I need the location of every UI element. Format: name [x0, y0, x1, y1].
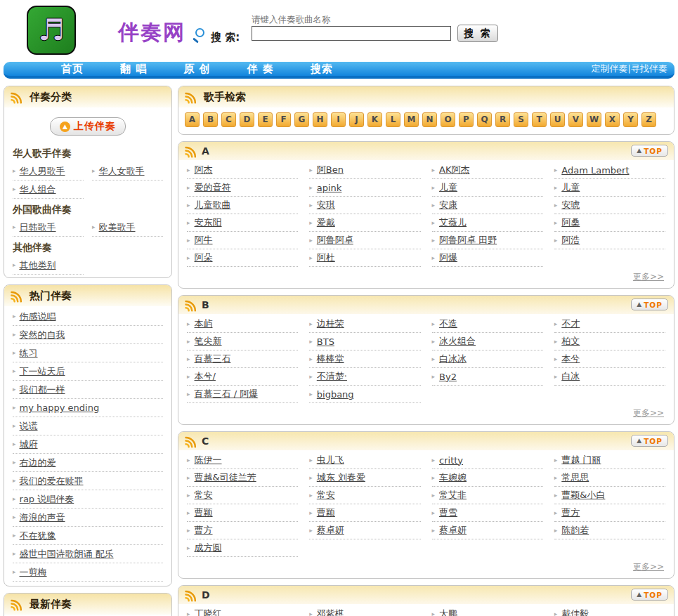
singer-link[interactable]: 本兮/ — [195, 370, 216, 383]
letter-button-R[interactable]: R — [495, 112, 510, 127]
singer-link[interactable]: 笔尖新 — [195, 335, 222, 348]
letter-button-J[interactable]: J — [349, 112, 364, 127]
category-link[interactable]: 日韩歌手 — [20, 221, 56, 234]
singer-link[interactable]: 大鹏 — [439, 608, 457, 616]
letter-button-F[interactable]: F — [276, 112, 291, 127]
letter-button-A[interactable]: A — [185, 112, 200, 127]
nav-item[interactable]: 翻 唱 — [120, 63, 147, 76]
letter-button-B[interactable]: B — [203, 112, 218, 127]
singer-link[interactable]: 不清楚· — [317, 370, 347, 383]
singer-link[interactable]: 不造 — [439, 317, 457, 330]
singer-link[interactable]: 艾薇儿 — [439, 216, 467, 229]
song-link[interactable]: 伤感说唱 — [20, 310, 56, 323]
song-link[interactable]: 不在犹豫 — [20, 530, 56, 542]
more-link[interactable]: 更多>> — [633, 408, 664, 418]
singer-link[interactable]: 曹颖 — [195, 506, 213, 519]
category-link[interactable]: 华人女歌手 — [99, 165, 145, 178]
singer-link[interactable]: 儿童歌曲 — [195, 199, 231, 211]
singer-link[interactable]: 安琪 — [317, 199, 335, 211]
more-link[interactable]: 更多>> — [633, 562, 664, 572]
category-link[interactable]: 华人男歌手 — [20, 165, 65, 178]
singer-link[interactable]: BTS — [317, 336, 334, 347]
letter-button-G[interactable]: G — [294, 112, 309, 127]
singer-link[interactable]: 常安 — [317, 489, 335, 502]
singer-link[interactable]: 常艾非 — [439, 489, 467, 502]
singer-link[interactable]: AK阿杰 — [439, 164, 469, 176]
category-link[interactable]: 其他类别 — [20, 259, 56, 272]
song-link[interactable]: 下一站天后 — [20, 365, 65, 378]
singer-link[interactable]: 儿童 — [439, 181, 457, 194]
singer-link[interactable]: Adam Lambert — [561, 165, 629, 176]
nav-custom-accompaniment-link[interactable]: 定制伴奏|寻找伴奏 — [592, 63, 674, 75]
letter-button-W[interactable]: W — [587, 112, 601, 127]
singer-link[interactable]: 丁晓红 — [195, 608, 222, 616]
singer-link[interactable]: 白冰 — [561, 370, 580, 383]
singer-link[interactable]: 爱戴 — [317, 216, 335, 229]
singer-link[interactable]: 阿鲁阿卓 田野 — [439, 234, 497, 247]
singer-link[interactable]: 阿爆 — [439, 251, 457, 264]
singer-link[interactable]: 曹越&司徒兰芳 — [195, 471, 256, 484]
letter-button-C[interactable]: C — [221, 112, 236, 127]
singer-link[interactable]: 邓紫棋 — [317, 608, 344, 616]
singer-link[interactable]: 车婉婉 — [439, 471, 467, 484]
search-input[interactable] — [252, 26, 451, 41]
letter-button-O[interactable]: O — [441, 112, 455, 127]
singer-link[interactable]: 阿朵 — [195, 251, 213, 264]
letter-button-Y[interactable]: Y — [623, 112, 638, 127]
song-link[interactable]: 练习 — [20, 347, 38, 360]
singer-link[interactable]: 阿Ben — [317, 164, 344, 176]
nav-item[interactable]: 首页 — [61, 63, 84, 76]
song-link[interactable]: 一剪梅 — [20, 566, 47, 579]
singer-link[interactable]: 陈伊一 — [195, 454, 222, 466]
back-to-top-button[interactable]: ▲ TOP — [631, 435, 668, 447]
letter-button-S[interactable]: S — [514, 112, 528, 127]
singer-link[interactable]: 蔡卓妍 — [439, 524, 467, 537]
singer-link[interactable]: 本兮 — [561, 353, 580, 365]
singer-link[interactable]: 戴佳毅 — [561, 608, 589, 616]
letter-button-I[interactable]: I — [331, 112, 346, 127]
letter-button-Q[interactable]: Q — [477, 112, 492, 127]
song-link[interactable]: 突然的自我 — [20, 329, 65, 341]
singer-link[interactable]: By2 — [439, 372, 457, 382]
letter-button-L[interactable]: L — [386, 112, 400, 127]
back-to-top-button[interactable]: ▲ TOP — [631, 589, 668, 601]
singer-link[interactable]: 边桂荣 — [317, 317, 344, 330]
singer-link[interactable]: 阿杜 — [317, 251, 335, 264]
singer-link[interactable]: 阿杰 — [195, 164, 213, 176]
song-link[interactable]: 我们都一样 — [20, 384, 65, 396]
singer-link[interactable]: 曹雪 — [439, 506, 457, 519]
singer-link[interactable]: 儿童 — [561, 181, 580, 194]
singer-link[interactable]: 不才 — [561, 317, 580, 330]
singer-link[interactable]: 爱的音符 — [195, 181, 231, 194]
letter-button-X[interactable]: X — [605, 112, 620, 127]
song-link[interactable]: 说谎 — [20, 420, 38, 433]
singer-link[interactable]: 曹方 — [561, 506, 580, 519]
singer-link[interactable]: bigbang — [317, 389, 354, 400]
letter-button-M[interactable]: M — [404, 112, 419, 127]
upload-accompaniment-button[interactable]: ▲ 上传伴奏 — [50, 117, 126, 136]
singer-link[interactable]: 百慕三石 / 阿爆 — [195, 388, 259, 400]
singer-link[interactable]: 柏文 — [561, 335, 580, 348]
song-link[interactable]: 城府 — [20, 438, 38, 451]
search-button[interactable]: 搜 索 — [457, 25, 498, 42]
letter-button-P[interactable]: P — [459, 112, 474, 127]
singer-link[interactable]: apink — [317, 183, 342, 193]
song-link[interactable]: 盛世中国诗歌朗诵 配乐 — [20, 548, 114, 561]
nav-item[interactable]: 原 创 — [183, 63, 210, 76]
nav-item[interactable]: 伴 奏 — [247, 63, 273, 76]
singer-link[interactable]: 城东 刘春爱 — [317, 471, 365, 484]
singer-link[interactable]: 蔡卓妍 — [317, 524, 344, 537]
letter-button-V[interactable]: V — [568, 112, 583, 127]
singer-link[interactable]: 阿鲁阿卓 — [317, 234, 353, 247]
singer-link[interactable]: 阿浩 — [561, 234, 580, 247]
letter-button-H[interactable]: H — [313, 112, 327, 127]
letter-button-D[interactable]: D — [240, 112, 254, 127]
singer-link[interactable]: 白冰冰 — [439, 353, 467, 365]
singer-link[interactable]: 曹颖 — [317, 506, 335, 519]
singer-link[interactable]: 棒棒堂 — [317, 353, 344, 365]
singer-link[interactable]: 曹颖&小白 — [561, 489, 605, 502]
more-link[interactable]: 更多>> — [633, 272, 664, 282]
singer-link[interactable]: 安康 — [439, 199, 457, 211]
singer-link[interactable]: 成方圆 — [195, 542, 222, 554]
singer-link[interactable]: 安东阳 — [195, 216, 222, 229]
